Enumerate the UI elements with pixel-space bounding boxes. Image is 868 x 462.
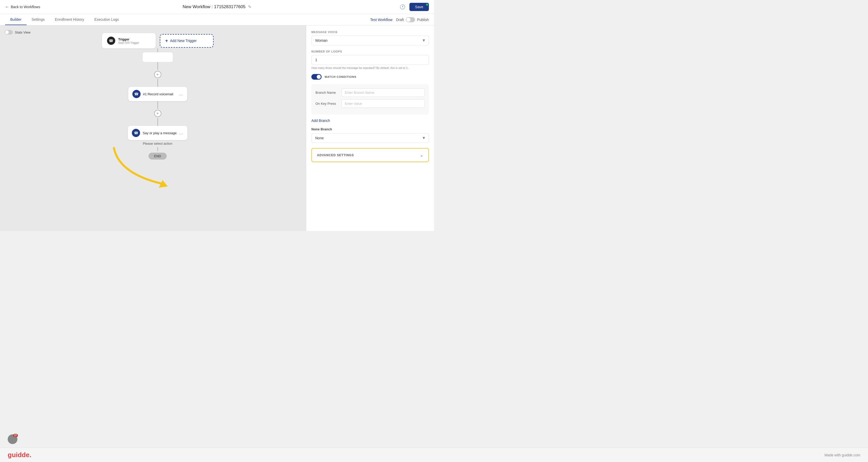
workflow-title: New Workflow : 1715283177605 bbox=[183, 4, 245, 9]
draft-toggle[interactable] bbox=[406, 17, 415, 22]
back-button-label: Back to Workflows bbox=[11, 5, 40, 9]
trigger-node[interactable]: ☎ Trigger Start IVR Trigger bbox=[102, 33, 156, 49]
trigger-title: Trigger bbox=[118, 37, 139, 41]
select-action-label: Please select action bbox=[143, 142, 173, 146]
none-branch-wrapper: None ▼ bbox=[311, 133, 429, 143]
say-play-node[interactable]: ☎ Say or play a message … bbox=[128, 126, 187, 140]
loops-hint: How many times should the message be rep… bbox=[311, 66, 429, 69]
back-to-workflows-button[interactable]: ← Back to Workflows bbox=[5, 5, 40, 9]
number-of-loops-input[interactable] bbox=[311, 55, 429, 65]
tab-list: Builder Settings Enrollment History Exec… bbox=[5, 14, 124, 25]
tab-bar: Builder Settings Enrollment History Exec… bbox=[0, 14, 434, 25]
match-conditions-toggle[interactable] bbox=[311, 74, 321, 80]
svg-marker-0 bbox=[159, 180, 168, 188]
add-trigger-button[interactable]: + Add New Trigger bbox=[160, 34, 214, 48]
back-arrow-icon: ← bbox=[5, 5, 9, 9]
branch-form: Branch Name On Key Press bbox=[311, 84, 429, 115]
advanced-settings-label: ADVANCED SETTINGS bbox=[317, 153, 354, 157]
message-voice-wrapper: Woman ▼ bbox=[311, 36, 429, 45]
connector-2 bbox=[157, 62, 158, 70]
plus-icon: + bbox=[165, 38, 168, 43]
say-play-icon: ☎ bbox=[132, 129, 140, 137]
publish-label: Publish bbox=[417, 18, 429, 22]
stats-view-toggle: Stats View bbox=[5, 30, 30, 35]
history-icon[interactable]: 🕐 bbox=[400, 4, 405, 10]
stats-view-switch[interactable] bbox=[5, 30, 13, 35]
connector-6 bbox=[157, 147, 158, 151]
right-panel: MESSAGE VOICE Woman ▼ NUMBER OF LOOPS Ho… bbox=[306, 25, 434, 231]
trigger-icon: ☎ bbox=[107, 37, 115, 45]
edit-title-icon[interactable]: ✎ bbox=[248, 5, 251, 9]
none-branch-title: None Branch bbox=[311, 127, 429, 131]
match-conditions-row: MATCH CONDITIONS bbox=[311, 74, 429, 80]
plus-connector-2[interactable]: + bbox=[154, 110, 161, 117]
say-play-menu[interactable]: … bbox=[179, 131, 183, 135]
tab-builder[interactable]: Builder bbox=[5, 14, 27, 25]
trigger-info: Trigger Start IVR Trigger bbox=[118, 37, 139, 44]
on-key-press-label: On Key Press bbox=[315, 102, 339, 105]
main-content: Stats View ☎ Trigger Start IVR Trigger +… bbox=[0, 25, 434, 231]
record-voicemail-node[interactable]: ☎ #1 Record voicemail … bbox=[128, 87, 187, 101]
add-branch-button[interactable]: Add Branch bbox=[311, 119, 330, 123]
trigger-subtitle: Start IVR Trigger bbox=[118, 41, 139, 44]
branch-name-row: Branch Name bbox=[315, 88, 425, 97]
save-button[interactable]: Save bbox=[409, 3, 429, 11]
connector-5 bbox=[157, 118, 158, 126]
tab-enrollment-history[interactable]: Enrollment History bbox=[50, 14, 89, 25]
blank-node bbox=[142, 52, 173, 62]
say-play-label: Say or play a message bbox=[143, 131, 177, 135]
record-voicemail-icon: ☎ bbox=[132, 90, 141, 98]
record-voicemail-menu[interactable]: … bbox=[179, 92, 183, 96]
match-conditions-label: MATCH CONDITIONS bbox=[325, 75, 356, 79]
on-key-press-input[interactable] bbox=[342, 99, 425, 108]
tab-execution-logs[interactable]: Execution Logs bbox=[89, 14, 124, 25]
stats-view-label: Stats View bbox=[15, 30, 30, 34]
tab-right-actions: Test Workflow Draft Publish bbox=[370, 17, 429, 22]
test-workflow-button[interactable]: Test Workflow bbox=[370, 18, 393, 22]
advanced-settings-box[interactable]: ADVANCED SETTINGS ⌄ bbox=[311, 148, 429, 162]
tab-settings[interactable]: Settings bbox=[27, 14, 50, 25]
message-voice-select[interactable]: Woman bbox=[311, 36, 429, 45]
top-navigation-bar: ← Back to Workflows New Workflow : 17152… bbox=[0, 0, 434, 14]
number-of-loops-label: NUMBER OF LOOPS bbox=[311, 50, 429, 53]
message-voice-label: MESSAGE VOICE bbox=[311, 30, 429, 34]
plus-connector-1[interactable]: + bbox=[154, 71, 161, 78]
workflow-canvas[interactable]: Stats View ☎ Trigger Start IVR Trigger +… bbox=[0, 25, 306, 231]
workflow-title-area: New Workflow : 1715283177605 ✎ bbox=[183, 4, 251, 9]
connector-3 bbox=[157, 79, 158, 87]
none-branch-section: None Branch None ▼ bbox=[311, 127, 429, 143]
draft-toggle-area: Draft Publish bbox=[396, 17, 429, 22]
none-branch-select[interactable]: None bbox=[311, 133, 429, 143]
chevron-down-icon: ⌄ bbox=[420, 153, 423, 157]
end-node: END bbox=[149, 153, 167, 159]
branch-name-label: Branch Name bbox=[315, 91, 339, 94]
top-right-actions: 🕐 Save bbox=[400, 3, 429, 11]
trigger-row: ☎ Trigger Start IVR Trigger + Add New Tr… bbox=[102, 33, 214, 49]
connector-4 bbox=[157, 101, 158, 109]
flow-diagram: ☎ Trigger Start IVR Trigger + Add New Tr… bbox=[102, 33, 214, 159]
record-voicemail-label: #1 Record voicemail bbox=[143, 92, 173, 96]
on-key-press-row: On Key Press bbox=[315, 99, 425, 108]
branch-name-input[interactable] bbox=[342, 88, 425, 97]
connector-1 bbox=[157, 49, 158, 52]
add-trigger-label: Add New Trigger bbox=[170, 39, 197, 43]
draft-label: Draft bbox=[396, 18, 404, 22]
